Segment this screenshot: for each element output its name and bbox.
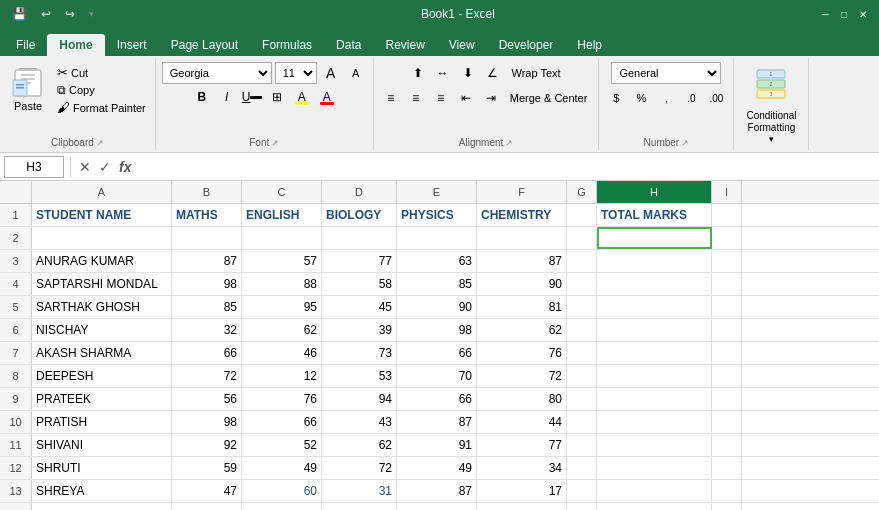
percent-button[interactable]: % (630, 87, 652, 109)
col-header-G[interactable]: G (567, 181, 597, 203)
cell[interactable]: ANURAG KUMAR (32, 250, 172, 272)
cell[interactable]: 85 (397, 273, 477, 295)
cell[interactable]: SHREYA (32, 480, 172, 502)
cell[interactable]: 53 (322, 365, 397, 387)
cell[interactable]: 76 (477, 342, 567, 364)
decrease-indent-button[interactable]: ⇤ (455, 87, 477, 109)
formula-cancel-icon[interactable]: ✕ (77, 157, 93, 177)
cell[interactable]: 44 (477, 411, 567, 433)
cell[interactable]: 57 (242, 250, 322, 272)
font-family-select[interactable]: Georgia (162, 62, 272, 84)
cell[interactable]: BIOLOGY (322, 204, 397, 226)
cell[interactable] (477, 227, 567, 249)
cell[interactable]: PRATEEK (32, 388, 172, 410)
clipboard-expand[interactable]: ↗ (96, 138, 104, 148)
cut-button[interactable]: ✂ Cut (54, 64, 149, 81)
ribbon-tab-developer[interactable]: Developer (487, 34, 566, 56)
save-icon[interactable]: 💾 (8, 5, 31, 23)
cell[interactable]: 66 (172, 342, 242, 364)
cell[interactable] (567, 342, 597, 364)
cell[interactable]: 80 (477, 388, 567, 410)
cell[interactable]: 49 (242, 457, 322, 479)
cell[interactable] (567, 227, 597, 249)
cell[interactable] (597, 227, 712, 249)
number-expand[interactable]: ↗ (681, 138, 689, 148)
cell[interactable] (597, 503, 712, 510)
restore-icon[interactable]: □ (837, 7, 851, 22)
col-header-E[interactable]: E (397, 181, 477, 203)
currency-button[interactable]: $ (605, 87, 627, 109)
font-size-select[interactable]: 11 (275, 62, 317, 84)
format-painter-button[interactable]: 🖌 Format Painter (54, 99, 149, 116)
merge-center-button[interactable]: Merge & Center (505, 87, 593, 109)
cell[interactable]: 94 (322, 388, 397, 410)
cell[interactable]: 98 (172, 411, 242, 433)
cell[interactable]: PHYSICS (397, 204, 477, 226)
cell[interactable] (322, 227, 397, 249)
cell[interactable]: 56 (172, 388, 242, 410)
more-icon[interactable]: ▾ (85, 7, 98, 21)
cell[interactable] (597, 457, 712, 479)
row-number-3[interactable]: 3 (0, 250, 32, 272)
cell[interactable]: 76 (242, 388, 322, 410)
cell[interactable] (712, 411, 742, 433)
cell[interactable] (712, 204, 742, 226)
cell[interactable] (597, 319, 712, 341)
cell[interactable] (567, 296, 597, 318)
cell[interactable]: SAPTARSHI MONDAL (32, 273, 172, 295)
cell[interactable] (712, 296, 742, 318)
cell[interactable] (712, 319, 742, 341)
ribbon-tab-home[interactable]: Home (47, 34, 104, 56)
cell[interactable] (597, 250, 712, 272)
cell[interactable]: DEEPESH (32, 365, 172, 387)
minimize-icon[interactable]: ─ (818, 7, 833, 22)
increase-decimal-button[interactable]: .00 (705, 87, 727, 109)
cell[interactable] (567, 457, 597, 479)
row-number-4[interactable]: 4 (0, 273, 32, 295)
cell[interactable]: AKASH SHARMA (32, 342, 172, 364)
cell[interactable] (567, 365, 597, 387)
col-header-I[interactable]: I (712, 181, 742, 203)
cell[interactable] (567, 503, 597, 510)
cell[interactable] (597, 273, 712, 295)
comma-button[interactable]: , (655, 87, 677, 109)
cell[interactable] (712, 388, 742, 410)
cell[interactable] (32, 503, 172, 510)
cell[interactable]: 63 (397, 250, 477, 272)
cell[interactable]: 72 (172, 365, 242, 387)
col-header-C[interactable]: C (242, 181, 322, 203)
cell[interactable]: 70 (397, 365, 477, 387)
alignment-expand[interactable]: ↗ (505, 138, 513, 148)
align-bottom-button[interactable]: ⬇ (457, 62, 479, 84)
cell[interactable]: 43 (322, 411, 397, 433)
cell[interactable] (567, 250, 597, 272)
number-format-select[interactable]: General (611, 62, 721, 84)
cell[interactable] (597, 296, 712, 318)
row-number-10[interactable]: 10 (0, 411, 32, 433)
cell[interactable] (712, 365, 742, 387)
cell[interactable] (242, 227, 322, 249)
cell[interactable]: 66 (242, 411, 322, 433)
cell[interactable] (597, 480, 712, 502)
cell[interactable] (32, 227, 172, 249)
cell[interactable] (567, 319, 597, 341)
cell[interactable]: 17 (477, 480, 567, 502)
cell[interactable]: PRATISH (32, 411, 172, 433)
ribbon-tab-page-layout[interactable]: Page Layout (159, 34, 250, 56)
cell[interactable] (242, 503, 322, 510)
cell[interactable] (567, 434, 597, 456)
row-number-2[interactable]: 2 (0, 227, 32, 249)
align-right-button[interactable]: ≡ (430, 87, 452, 109)
ribbon-tab-data[interactable]: Data (324, 34, 373, 56)
cell[interactable] (597, 411, 712, 433)
cell[interactable] (172, 503, 242, 510)
row-number-13[interactable]: 13 (0, 480, 32, 502)
cell[interactable]: 34 (477, 457, 567, 479)
wrap-text-button[interactable]: Wrap Text (507, 62, 566, 84)
redo-icon[interactable]: ↪ (61, 5, 79, 23)
col-header-F[interactable]: F (477, 181, 567, 203)
cell[interactable]: 87 (172, 250, 242, 272)
bold-button[interactable]: B (191, 86, 213, 108)
cell[interactable] (567, 388, 597, 410)
cell[interactable] (712, 342, 742, 364)
